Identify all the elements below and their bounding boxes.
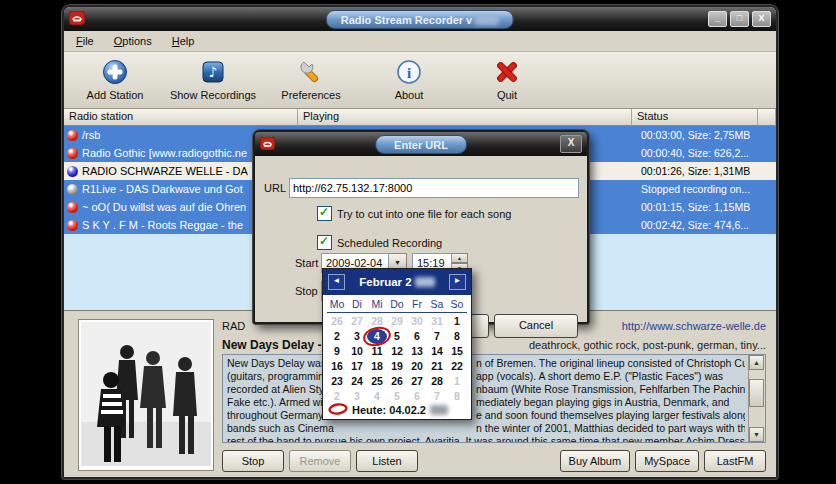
calendar-day[interactable]: 8: [447, 389, 467, 404]
dialog-app-icon: [260, 137, 275, 152]
weekday-label: Di: [347, 298, 367, 310]
calendar-day[interactable]: 24: [347, 374, 367, 389]
track-title: New Days Delay - U: [222, 338, 333, 352]
listen-button[interactable]: Listen: [356, 450, 418, 472]
calendar-day[interactable]: 23: [327, 374, 347, 389]
minimize-button[interactable]: _: [708, 11, 727, 27]
previous-month-icon[interactable]: ◄: [328, 274, 345, 290]
calendar-day[interactable]: 27: [347, 314, 367, 329]
station-website-link[interactable]: http://www.schwarze-welle.de: [622, 320, 766, 332]
menu-options[interactable]: Options: [114, 35, 152, 47]
weekday-label: So: [447, 298, 467, 310]
cancel-button[interactable]: Cancel: [494, 314, 578, 338]
quit-icon: [494, 59, 520, 87]
cut-file-checkbox[interactable]: Try to cut into one file for each song: [317, 206, 511, 221]
close-button[interactable]: X: [752, 11, 771, 27]
blurred-version: [475, 15, 499, 25]
calendar-day[interactable]: 1: [447, 374, 467, 389]
recording-status: 00:01:26, Size: 1,31MB: [632, 162, 758, 180]
calendar-day[interactable]: 6: [407, 329, 427, 344]
calendar-day[interactable]: 7: [427, 329, 447, 344]
calendar-day[interactable]: 29: [387, 314, 407, 329]
weekday-label: Fr: [407, 298, 427, 310]
next-month-icon[interactable]: ►: [449, 274, 466, 290]
calendar-day[interactable]: 31: [427, 314, 447, 329]
band-photo: [78, 319, 214, 471]
checkbox-checked-icon[interactable]: [317, 206, 332, 221]
show-recordings-button[interactable]: ♪ Show Recordings: [166, 54, 260, 106]
station-name: Radio Gothic [www.radiogothic.ne: [82, 147, 247, 159]
calendar-day[interactable]: 21: [427, 359, 447, 374]
dialog-close-button[interactable]: X: [560, 135, 582, 153]
calendar-day[interactable]: 1: [447, 314, 467, 329]
title-bar[interactable]: Radio Stream Recorder v _ □ X: [64, 7, 776, 31]
dialog-title: Enter URL: [375, 135, 467, 154]
maximize-button[interactable]: □: [730, 11, 749, 27]
spin-up-icon[interactable]: ▲: [452, 253, 468, 263]
calendar-day[interactable]: 26: [327, 314, 347, 329]
scroll-up-icon[interactable]: ▲: [749, 355, 764, 370]
menu-help[interactable]: Help: [172, 35, 195, 47]
calendar-day[interactable]: 16: [327, 359, 347, 374]
calendar-day[interactable]: 9: [327, 344, 347, 359]
date-picker-calendar: ◄ Februar 2 ► Mo Di Mi Do Fr Sa So 26 27…: [322, 268, 472, 420]
calendar-day[interactable]: 5: [387, 389, 407, 404]
calendar-day-grid: 26 27 28 29 30 31 1 2 3 4 5 6 7 8 9: [327, 314, 467, 404]
calendar-day[interactable]: 30: [407, 314, 427, 329]
action-button-row: Stop Remove Listen Buy Album MySpace Las…: [222, 443, 766, 474]
checkbox-checked-icon[interactable]: [317, 235, 332, 250]
recording-status: 00:00:40, Size: 626,2...: [632, 144, 758, 162]
calendar-day[interactable]: 4: [367, 329, 387, 344]
band-bio-text: New Days Delay was fn of Bremen. The ori…: [222, 354, 766, 443]
calendar-day[interactable]: 5: [387, 329, 407, 344]
calendar-today-row[interactable]: Heute: 04.02.2: [328, 403, 448, 417]
url-input[interactable]: [289, 178, 579, 198]
calendar-day[interactable]: 10: [347, 344, 367, 359]
scheduled-recording-checkbox[interactable]: Scheduled Recording: [317, 235, 442, 250]
menu-file[interactable]: File: [76, 35, 94, 47]
calendar-day[interactable]: 18: [367, 359, 387, 374]
calendar-day[interactable]: 7: [427, 389, 447, 404]
calendar-day[interactable]: 11: [367, 344, 387, 359]
calendar-day[interactable]: 28: [427, 374, 447, 389]
calendar-day[interactable]: 15: [447, 344, 467, 359]
bio-line: recorded at Alien Stylenbaum (White Rose…: [227, 383, 745, 396]
calendar-day[interactable]: 27: [407, 374, 427, 389]
calendar-day[interactable]: 19: [387, 359, 407, 374]
calendar-day[interactable]: 13: [407, 344, 427, 359]
weekday-label: Do: [387, 298, 407, 310]
calendar-day[interactable]: 12: [387, 344, 407, 359]
calendar-day[interactable]: 26: [387, 374, 407, 389]
station-name: ~ oO( Du willst was auf die Ohren: [82, 201, 246, 213]
svg-text:i: i: [407, 65, 411, 81]
scrollbar-thumb[interactable]: [749, 379, 764, 407]
column-header-status[interactable]: Status: [632, 109, 758, 126]
add-station-button[interactable]: Add Station: [68, 54, 162, 106]
lastfm-button[interactable]: LastFM: [704, 450, 766, 472]
calendar-day[interactable]: 2: [327, 389, 347, 404]
buy-album-button[interactable]: Buy Album: [560, 450, 631, 472]
column-header-radio-station[interactable]: Radio station: [64, 109, 298, 126]
calendar-day[interactable]: 14: [427, 344, 447, 359]
myspace-button[interactable]: MySpace: [635, 450, 699, 472]
calendar-day[interactable]: 4: [367, 389, 387, 404]
calendar-day[interactable]: 20: [407, 359, 427, 374]
window-title: Radio Stream Recorder v: [326, 10, 514, 29]
calendar-day[interactable]: 17: [347, 359, 367, 374]
toolbar: Add Station ♪ Show Recordings Preference…: [64, 52, 776, 109]
quit-button[interactable]: Quit: [460, 54, 554, 106]
bio-line: bands such as Cineman the winter of 2001…: [227, 422, 745, 435]
about-button[interactable]: i About: [362, 54, 456, 106]
column-header-playing[interactable]: Playing: [298, 109, 632, 126]
calendar-day[interactable]: 6: [407, 389, 427, 404]
calendar-day[interactable]: 3: [347, 389, 367, 404]
preferences-button[interactable]: Preferences: [264, 54, 358, 106]
calendar-day[interactable]: 25: [367, 374, 387, 389]
bio-scrollbar[interactable]: ▲ ▼: [748, 355, 765, 442]
scroll-down-icon[interactable]: ▼: [749, 427, 764, 442]
calendar-day[interactable]: 8: [447, 329, 467, 344]
stop-button[interactable]: Stop: [222, 450, 284, 472]
dialog-title-bar[interactable]: Enter URL X: [255, 132, 587, 156]
calendar-day[interactable]: 2: [327, 329, 347, 344]
calendar-day[interactable]: 22: [447, 359, 467, 374]
